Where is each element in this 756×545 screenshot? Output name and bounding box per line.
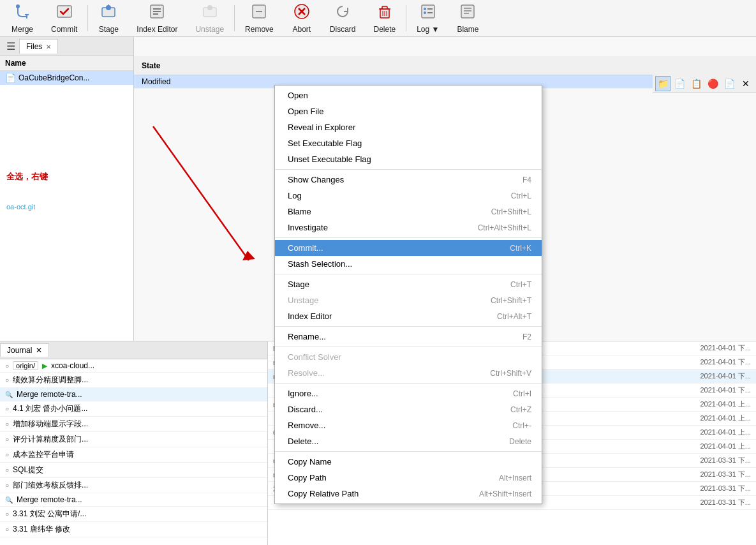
ctx-delete[interactable]: Delete...Delete	[275, 433, 542, 449]
list-item[interactable]: ○ 绩效算分精度调整脚...	[0, 373, 267, 388]
panel-icon-4[interactable]: 🔴	[705, 76, 720, 91]
list-item[interactable]: ○ SQL提交	[0, 463, 267, 478]
svg-rect-26	[461, 5, 474, 18]
files-tab-label: Files	[26, 42, 42, 51]
delete-button[interactable]: Delete	[364, 0, 404, 36]
ctx-copy-name[interactable]: Copy Name	[275, 454, 542, 470]
ctx-unset-exec-label: Unset Executable Flag	[288, 154, 371, 164]
rj-date: 2021-04-01 上...	[700, 414, 752, 423]
panel-icon-close[interactable]: ✕	[738, 76, 753, 91]
list-item[interactable]: ○ 成本监控平台申请	[0, 447, 267, 463]
ctx-open[interactable]: Open	[275, 87, 542, 103]
list-item[interactable]: 🔍 Merge remote-tra...	[0, 388, 267, 401]
ctx-resolve-shortcut: Ctrl+Shift+V	[490, 369, 531, 378]
ctx-log[interactable]: LogCtrl+L	[275, 188, 542, 204]
ctx-unstage[interactable]: UnstageCtrl+Shift+T	[275, 292, 542, 308]
list-item[interactable]: ○ origin/ ▶ xcoa-cloud...	[0, 359, 267, 373]
merge-button[interactable]: Merge	[3, 0, 42, 36]
file-name: OaCubeBridgeCon...	[19, 73, 89, 82]
ctx-investigate-label: Investigate	[288, 223, 328, 232]
ctx-conflict-solver: Conflict Solver	[275, 349, 542, 365]
ctx-rename-label: Rename...	[288, 332, 326, 341]
ctx-copy-rel-path[interactable]: Copy Relative PathAlt+Shift+Insert	[275, 486, 542, 502]
ctx-investigate[interactable]: InvestigateCtrl+Alt+Shift+L	[275, 220, 542, 235]
ctx-reveal-label: Reveal in Explorer	[288, 123, 355, 132]
remove-button[interactable]: Remove	[236, 0, 283, 36]
ctx-stage[interactable]: StageCtrl+T	[275, 276, 542, 292]
panel-icon-2[interactable]: 📄	[672, 76, 687, 91]
ctx-copy-rel-path-shortcut: Alt+Shift+Insert	[479, 489, 531, 498]
ctx-discard-shortcut: Ctrl+Z	[510, 405, 531, 414]
ctx-commit[interactable]: Commit...Ctrl+K	[275, 240, 542, 256]
ctx-set-exec[interactable]: Set Executable Flag	[275, 135, 542, 151]
index-editor-button[interactable]: Index Editor	[128, 0, 186, 36]
ctx-index-editor[interactable]: Index EditorCtrl+Alt+T	[275, 308, 542, 324]
rj-date: 2021-04-01 下...	[700, 371, 752, 381]
panel-icon-3[interactable]: 📋	[688, 76, 704, 91]
list-item[interactable]: ○ 3.31 刘宏 公寓申请/...	[0, 507, 267, 522]
circle-icon: ○	[5, 526, 9, 533]
ctx-copy-path-shortcut: Alt+Insert	[499, 474, 531, 482]
discard-label: Discard	[330, 25, 356, 34]
ctx-resolve: Resolve...Ctrl+Shift+V	[275, 365, 542, 381]
ctx-show-changes[interactable]: Show ChangesF4	[275, 172, 542, 188]
index-editor-label: Index Editor	[137, 25, 177, 34]
hamburger-button[interactable]: ☰	[3, 39, 19, 54]
journal-tab[interactable]: Journal ✕	[0, 343, 49, 357]
abort-button[interactable]: Abort	[283, 0, 321, 36]
list-item[interactable]: 🔍 Merge remote-tra...	[0, 493, 267, 507]
unstage-button[interactable]: Unstage	[186, 0, 233, 36]
svg-point-3	[106, 5, 111, 10]
ctx-open-file[interactable]: Open File	[275, 103, 542, 119]
ctx-copy-path[interactable]: Copy PathAlt+Insert	[275, 470, 542, 486]
files-tab-bar: ☰ Files ✕	[0, 37, 133, 56]
ctx-ignore[interactable]: Ignore...Ctrl+I	[275, 385, 542, 401]
panel-icon-1[interactable]: 📁	[655, 76, 671, 91]
list-item[interactable]: ○ 评分计算精度及部门...	[0, 432, 267, 447]
abort-icon	[293, 3, 311, 23]
blame-button[interactable]: Blame	[448, 0, 487, 36]
list-item[interactable]: ○ 增加移动端显示字段...	[0, 417, 267, 432]
context-menu: Open Open File Reveal in Explorer Set Ex…	[274, 85, 542, 504]
state-header-label: State	[142, 61, 160, 70]
ctx-blame-shortcut: Ctrl+Shift+L	[491, 207, 531, 216]
files-tab-close[interactable]: ✕	[46, 43, 51, 50]
list-item[interactable]: ○ 部门绩效考核反馈排...	[0, 478, 267, 493]
commit-button[interactable]: Commit	[42, 0, 86, 36]
ctx-show-changes-label: Show Changes	[288, 175, 344, 184]
stage-button[interactable]: Stage	[89, 0, 128, 36]
ctx-discard-label: Discard...	[288, 405, 323, 414]
ctx-rename[interactable]: Rename...F2	[275, 329, 542, 345]
ctx-unset-exec[interactable]: Unset Executable Flag	[275, 151, 542, 167]
ctx-remove[interactable]: Remove...Ctrl+-	[275, 417, 542, 433]
stage-icon	[100, 3, 117, 23]
journal-tab-close[interactable]: ✕	[36, 346, 42, 355]
rj-date: 2021-03-31 下...	[700, 456, 752, 465]
journal-text: 评分计算精度及部门...	[13, 434, 88, 445]
discard-button[interactable]: Discard	[321, 0, 365, 36]
ctx-blame[interactable]: BlameCtrl+Shift+L	[275, 204, 542, 220]
list-item[interactable]: ○ 3.31 唐纬华 修改	[0, 522, 267, 537]
commit-icon	[56, 3, 73, 23]
ctx-reveal[interactable]: Reveal in Explorer	[275, 119, 542, 135]
ctx-stash-label: Stash Selection...	[288, 259, 352, 269]
ctx-ignore-shortcut: Ctrl+I	[513, 389, 531, 398]
file-item[interactable]: 📄 OaCubeBridgeCon...	[0, 71, 133, 85]
journal-text: 部门绩效考核反馈排...	[13, 480, 88, 491]
files-tab[interactable]: Files ✕	[19, 39, 58, 54]
rj-date: 2021-04-01 上...	[700, 428, 752, 437]
ctx-investigate-shortcut: Ctrl+Alt+Shift+L	[478, 223, 531, 232]
circle-icon: ○	[5, 377, 9, 384]
merge-icon	[13, 3, 31, 23]
list-item[interactable]: ○ 4.1 刘宏 督办小问题...	[0, 401, 267, 417]
journal-text: 3.31 唐纬华 修改	[13, 524, 70, 535]
git-url: oa-oct.git	[6, 203, 35, 211]
log-label: Log ▼	[417, 25, 439, 34]
panel-icon-5[interactable]: 📄	[722, 76, 737, 91]
ctx-discard[interactable]: Discard...Ctrl+Z	[275, 401, 542, 417]
discard-icon	[334, 3, 352, 23]
log-button[interactable]: Log ▼	[408, 0, 448, 36]
journal-text: SQL提交	[13, 465, 43, 475]
ctx-stash[interactable]: Stash Selection...	[275, 256, 542, 272]
journal-list: ○ origin/ ▶ xcoa-cloud... ○ 绩效算分精度调整脚...…	[0, 359, 267, 545]
